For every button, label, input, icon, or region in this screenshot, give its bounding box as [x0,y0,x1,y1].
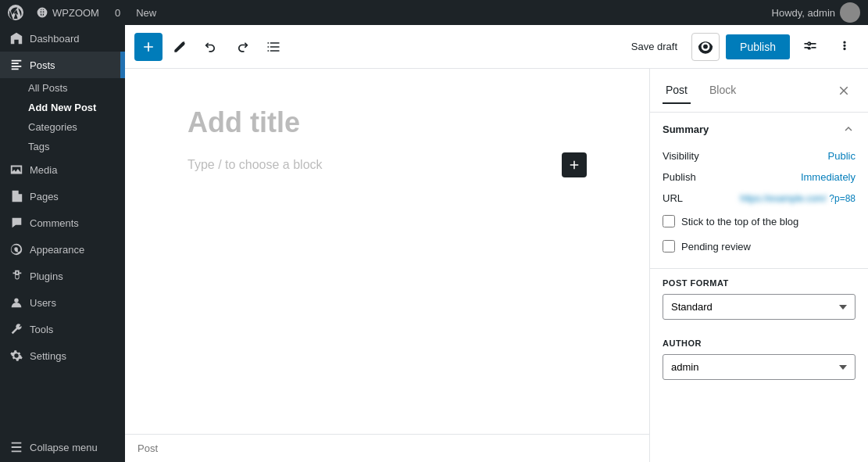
sidebar-tags[interactable]: Tags [28,137,125,156]
sidebar-item-users[interactable]: Users [0,289,125,316]
summary-header[interactable]: Summary [663,122,855,136]
sidebar-appearance-label: Appearance [30,244,84,256]
site-name[interactable]: WPZOOM [36,6,99,19]
url-slug: ?p=88 [829,193,855,204]
post-format-select[interactable]: Standard Aside Chat Gallery Link Image Q… [663,294,855,320]
sidebar-pages-label: Pages [30,191,59,202]
sidebar-item-tools[interactable]: Tools [0,316,125,342]
redo-button[interactable] [228,33,256,61]
main-layout: Dashboard Posts All Posts Add New Post C… [0,25,868,462]
editor-toolbar: Save draft Publish [125,25,868,69]
wp-logo[interactable] [8,5,23,20]
sidebar-add-new-post[interactable]: Add New Post [28,98,125,117]
sidebar-tools-label: Tools [30,324,53,335]
sidebar-comments-label: Comments [30,217,79,229]
comments-count[interactable]: 0 [112,7,120,19]
sidebar-item-appearance[interactable]: Appearance [0,236,125,263]
avatar [840,2,860,23]
settings-toggle-button[interactable] [796,33,824,61]
sidebar-item-posts[interactable]: Posts [0,52,125,78]
howdy-area[interactable]: Howdy, admin [772,2,860,23]
save-draft-button[interactable]: Save draft [623,36,685,57]
sidebar-item-dashboard[interactable]: Dashboard [0,25,125,52]
sidebar-item-plugins[interactable]: Plugins [0,263,125,289]
toolbar-right: Save draft Publish [623,33,859,61]
sidebar-item-media[interactable]: Media [0,156,125,183]
sidebar-users-label: Users [30,297,56,309]
block-area: Type / to choose a block [188,158,587,172]
sidebar-item-comments[interactable]: Comments [0,210,125,236]
tab-post[interactable]: Post [663,77,691,104]
publish-row: Publish Immediately [663,167,855,188]
url-row: URL https://example.com/ ?p=88 [663,188,855,209]
new-label: New [136,7,156,19]
panel-close-button[interactable] [832,79,855,102]
visibility-row: Visibility Public [663,145,855,167]
editor-area: Add title Type / to choose a block Post [125,69,649,462]
post-format-section: POST FORMAT Standard Aside Chat Gallery … [650,269,868,329]
sidebar-settings-label: Settings [30,350,66,362]
preview-button[interactable] [691,33,720,61]
sidebar-all-posts[interactable]: All Posts [28,78,125,98]
summary-section: Summary Visibility Public Publish Immedi… [650,113,868,269]
sidebar-media-label: Media [30,164,57,176]
status-label: Post [138,442,158,454]
sticky-checkbox[interactable] [663,215,675,227]
author-select[interactable]: admin [663,354,855,380]
pending-label: Pending review [681,241,751,252]
author-section: AUTHOR admin [650,329,868,389]
url-blur-part: https://example.com/ [740,193,827,204]
more-options-button[interactable] [830,33,859,61]
right-panel: Post Block Summary Visibility [649,69,868,462]
top-bar: WPZOOM 0 New Howdy, admin [0,0,868,25]
edit-mode-button[interactable] [166,33,194,61]
post-format-label: POST FORMAT [663,278,855,288]
sidebar-plugins-label: Plugins [30,270,63,282]
url-value[interactable]: https://example.com/ ?p=88 [740,193,855,204]
sidebar-item-pages[interactable]: Pages [0,183,125,210]
comments-number: 0 [115,7,120,19]
collapse-label: Collapse menu [30,442,98,453]
sidebar-active-indicator [120,52,125,78]
tab-block[interactable]: Block [706,77,739,104]
editor-content[interactable]: Add title Type / to choose a block [125,69,649,434]
status-bar: Post [125,434,649,462]
undo-button[interactable] [197,33,225,61]
add-block-toolbar-button[interactable] [134,33,163,61]
panel-header: Post Block [650,69,868,113]
visibility-label: Visibility [663,150,699,162]
collapse-menu[interactable]: Collapse menu [0,432,125,462]
sticky-checkbox-row: Stick to the top of the blog [663,209,855,234]
url-label: URL [663,192,683,204]
summary-collapse-icon [841,122,855,136]
sidebar-dashboard-label: Dashboard [30,33,80,45]
sidebar: Dashboard Posts All Posts Add New Post C… [0,25,125,462]
pending-checkbox-row: Pending review [663,234,855,259]
sidebar-item-settings[interactable]: Settings [0,342,125,369]
sidebar-categories[interactable]: Categories [28,117,125,137]
panel-body: Summary Visibility Public Publish Immedi… [650,113,868,462]
new-menu[interactable]: New [133,7,156,19]
author-label: AUTHOR [663,338,855,348]
sticky-label: Stick to the top of the blog [681,216,798,227]
site-name-label: WPZOOM [52,7,99,19]
inline-add-block-button[interactable] [562,152,587,177]
publish-value[interactable]: Immediately [801,171,855,183]
sidebar-posts-label: Posts [30,59,55,71]
howdy-text: Howdy, admin [772,7,835,19]
visibility-value[interactable]: Public [828,150,855,162]
sidebar-posts-submenu: All Posts Add New Post Categories Tags [0,78,125,156]
post-title-input[interactable]: Add title [188,106,587,139]
publish-button[interactable]: Publish [726,34,790,59]
publish-label: Publish [663,171,696,183]
block-placeholder: Type / to choose a block [188,158,587,172]
summary-title: Summary [663,124,709,135]
svg-point-0 [14,299,18,303]
list-view-button[interactable] [259,33,288,61]
pending-checkbox[interactable] [663,240,675,252]
